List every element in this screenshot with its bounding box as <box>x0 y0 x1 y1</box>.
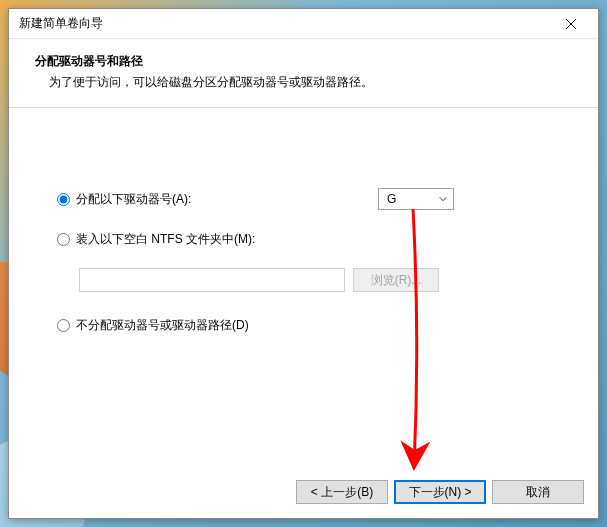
label-assign-letter: 分配以下驱动器号(A): <box>76 191 191 208</box>
radio-no-assign[interactable] <box>57 319 70 332</box>
option-mount-folder[interactable]: 装入以下空白 NTFS 文件夹中(M): <box>57 228 550 250</box>
window-title: 新建简单卷向导 <box>19 15 548 32</box>
radio-mount-folder[interactable] <box>57 233 70 246</box>
next-button[interactable]: 下一步(N) > <box>394 480 486 504</box>
page-title: 分配驱动器号和路径 <box>35 53 572 70</box>
option-assign-letter[interactable]: 分配以下驱动器号(A): G <box>57 188 550 210</box>
close-button[interactable] <box>548 10 593 38</box>
browse-button: 浏览(R)... <box>353 268 439 292</box>
mount-folder-subrow: 浏览(R)... <box>57 268 550 292</box>
label-mount-folder: 装入以下空白 NTFS 文件夹中(M): <box>76 231 255 248</box>
option-no-assign[interactable]: 不分配驱动器号或驱动器路径(D) <box>57 314 550 336</box>
drive-letter-value: G <box>387 192 396 206</box>
back-button[interactable]: < 上一步(B) <box>296 480 388 504</box>
chevron-down-icon <box>439 195 447 203</box>
page-description: 为了便于访问，可以给磁盘分区分配驱动器号或驱动器路径。 <box>35 74 572 91</box>
wizard-dialog: 新建简单卷向导 分配驱动器号和路径 为了便于访问，可以给磁盘分区分配驱动器号或驱… <box>8 8 599 519</box>
label-no-assign: 不分配驱动器号或驱动器路径(D) <box>76 317 249 334</box>
cancel-button[interactable]: 取消 <box>492 480 584 504</box>
wizard-footer: < 上一步(B) 下一步(N) > 取消 <box>296 480 584 504</box>
close-icon <box>566 19 576 29</box>
radio-assign-letter[interactable] <box>57 193 70 206</box>
content-area: 分配以下驱动器号(A): G 装入以下空白 NTFS 文件夹中(M): 浏览(R… <box>9 108 598 336</box>
drive-letter-select[interactable]: G <box>378 188 454 210</box>
wizard-header: 分配驱动器号和路径 为了便于访问，可以给磁盘分区分配驱动器号或驱动器路径。 <box>9 39 598 101</box>
mount-path-input <box>79 268 345 292</box>
titlebar: 新建简单卷向导 <box>9 9 598 39</box>
